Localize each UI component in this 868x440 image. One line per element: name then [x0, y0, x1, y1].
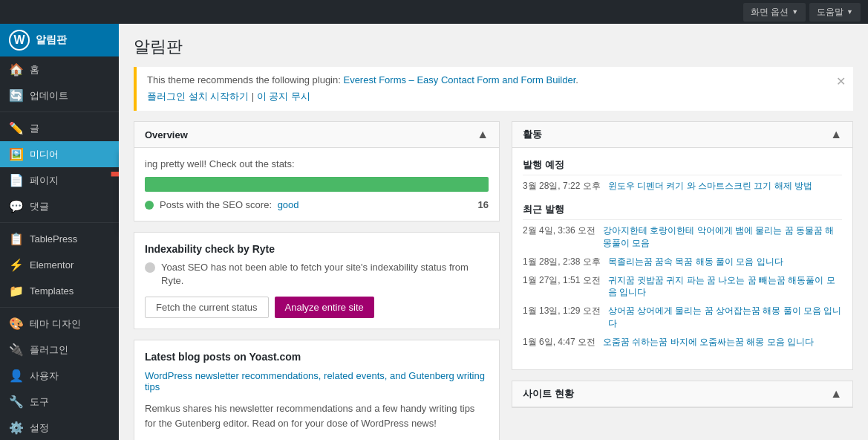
notice-dismiss-link[interactable]: 이 공지 무시 — [257, 91, 310, 102]
sidebar-item-home-label: 홈 — [30, 63, 39, 77]
sidebar-item-updates[interactable]: 🔄 업데이트 — [0, 82, 119, 109]
fetch-status-button[interactable]: Fetch the current status — [145, 297, 269, 318]
blog-post-1-link[interactable]: WordPress newsletter recommendations, re… — [145, 370, 485, 392]
sidebar-item-home[interactable]: 🏠 홈 — [0, 56, 119, 82]
sidebar-item-elementor[interactable]: ⚡ Elementor — [0, 252, 119, 278]
sidebar-item-theme-label: 테마 디자인 — [30, 317, 81, 331]
screen-options-chevron-icon: ▼ — [792, 8, 798, 16]
sidebar-item-posts[interactable]: ✏️ 글 — [0, 115, 119, 141]
notice-text: This theme recommends the following plug… — [147, 74, 343, 85]
activity-title: 활동 — [523, 128, 542, 141]
wp-logo-icon: W — [9, 30, 30, 51]
recent-time-3: 1월 27일, 1:51 오전 — [523, 274, 601, 300]
seo-score-bar — [145, 177, 489, 192]
plugin-notice: This theme recommends the following plug… — [134, 67, 853, 111]
admin-bar: 화면 옵션 ▼ 도움말 ▼ — [0, 0, 868, 24]
indexability-widget: Indexability check by Ryte Yoast SEO has… — [134, 232, 500, 329]
recent-item-3: 1월 27일, 1:51 오전 귀지꿈 귓밥꿈 귀지 파는 꿈 나오는 꿈 빼는… — [523, 274, 842, 300]
sidebar-item-plugins-label: 플러그인 — [30, 343, 68, 357]
sidebar-logo-label: 알림판 — [36, 33, 67, 47]
blog-posts-title: Latest blog posts on Yoast.com — [145, 351, 489, 363]
sidebar-item-settings-label: 설정 — [30, 421, 49, 435]
seo-tagline: ing pretty well! Check out the stats: — [145, 158, 489, 169]
settings-icon: ⚙️ — [9, 421, 24, 435]
sidebar-item-pages[interactable]: 📄 페이지 — [0, 167, 119, 193]
posts-icon: ✏️ — [9, 121, 24, 135]
sidebar-item-settings[interactable]: ⚙️ 설정 — [0, 415, 119, 440]
main-layout: W 알림판 🏠 홈 🔄 업데이트 ✏️ 글 🖼️ 미디어 📄 페이지 💬 댓글 — [0, 24, 868, 440]
seo-widget-toggle[interactable]: ▲ — [477, 128, 489, 141]
indexability-title: Indexability check by Ryte — [145, 243, 489, 255]
indexability-status: Yoast SEO has not been able to fetch you… — [145, 261, 489, 288]
home-icon: 🏠 — [9, 62, 24, 77]
recent-item-1: 2월 4일, 3:36 오전 강아지한테 호랑이한테 악어에게 뱀에 물리는 꿈… — [523, 224, 842, 250]
help-chevron-icon: ▼ — [846, 8, 853, 16]
sidebar-item-tablepress[interactable]: 📋 TablePress — [0, 226, 119, 252]
recent-time-2: 1월 28일, 2:38 오후 — [523, 256, 601, 268]
notice-plugin-link[interactable]: Everest Forms – Easy Contact Form and Fo… — [343, 74, 575, 85]
seo-stat-label-text: Posts with the SEO score: — [160, 199, 272, 210]
scheduled-heading: 발행 예정 — [523, 158, 842, 175]
recent-item-2: 1월 28일, 2:38 오후 목졸리는꿈 꿈속 목꿈 해동 풀이 모음 입니다 — [523, 256, 842, 268]
seo-overview-widget: Overview ▲ ing pretty well! Check out th… — [134, 121, 500, 221]
help-label: 도움말 — [817, 6, 843, 19]
sidebar-item-tablepress-label: TablePress — [30, 233, 77, 245]
dashboard-columns: Overview ▲ ing pretty well! Check out th… — [134, 121, 853, 440]
indexability-body: Indexability check by Ryte Yoast SEO has… — [134, 233, 499, 329]
indexability-description: Yoast SEO has not been able to fetch you… — [161, 261, 489, 288]
recent-link-2[interactable]: 목졸리는꿈 꿈속 목꿈 해동 풀이 모음 입니다 — [608, 256, 783, 268]
sidebar-item-theme[interactable]: 🎨 테마 디자인 — [0, 311, 119, 337]
site-status-header: 사이트 현황 ▲ — [512, 381, 852, 407]
sidebar-item-users-label: 사용자 — [30, 369, 59, 383]
sidebar-item-plugins[interactable]: 🔌 플러그인 — [0, 337, 119, 363]
recent-item-5: 1월 6일, 4:47 오전 오줌꿈 쉬하는꿈 바지에 오줌싸는꿈 해몽 모음 … — [523, 336, 842, 349]
templates-icon: 📁 — [9, 284, 24, 298]
seo-bar-wrap — [145, 177, 489, 192]
seo-widget-title: Overview — [145, 129, 188, 140]
sidebar-item-templates[interactable]: 📁 Templates — [0, 278, 119, 304]
plugins-icon: 🔌 — [9, 343, 24, 357]
sidebar-item-updates-label: 업데이트 — [30, 89, 68, 103]
tablepress-icon: 📋 — [9, 232, 24, 246]
notice-close-button[interactable]: ✕ — [836, 74, 846, 88]
seo-good-link[interactable]: good — [278, 199, 299, 210]
sidebar-item-elementor-label: Elementor — [30, 259, 74, 271]
recent-heading: 최근 발행 — [523, 203, 842, 220]
recent-link-1[interactable]: 강아지한테 호랑이한테 악어에게 뱀에 물리는 꿈 동물꿈 해몽풀이 모음 — [603, 224, 842, 250]
sidebar-item-tools-label: 도구 — [30, 395, 49, 409]
scheduled-link-1[interactable]: 윈도우 디펜더 켜기 와 스마트스크린 끄기 해제 방법 — [608, 180, 812, 192]
sidebar-item-media-label: 미디어 — [30, 148, 59, 161]
arrow-indicator: ➡ — [110, 161, 119, 186]
sidebar-item-tools[interactable]: 🔧 도구 — [0, 389, 119, 415]
sidebar-item-comments-label: 댓글 — [30, 200, 49, 213]
scheduled-section: 발행 예정 3월 28일, 7:22 오후 윈도우 디펜더 켜기 와 스마트스크… — [523, 158, 842, 192]
blog-post-2: Remkus shares his newsletter recommendat… — [145, 401, 489, 430]
sidebar-item-pages-label: 페이지 — [30, 174, 59, 187]
sidebar-item-templates-label: Templates — [30, 285, 74, 297]
recent-time-1: 2월 4일, 3:36 오전 — [523, 224, 595, 250]
site-status-title: 사이트 현황 — [523, 387, 574, 401]
sidebar-logo[interactable]: W 알림판 — [0, 24, 119, 56]
activity-widget: 활동 ▲ 발행 예정 3월 28일, 7:22 오후 윈도우 디펜더 켜기 와 … — [512, 121, 853, 370]
blog-posts-widget: Latest blog posts on Yoast.com WordPress… — [134, 340, 500, 440]
sidebar-item-users[interactable]: 👤 사용자 — [0, 363, 119, 389]
sidebar-divider-1 — [0, 111, 119, 112]
seo-widget-body: ing pretty well! Check out the stats: Po… — [134, 148, 499, 221]
help-button[interactable]: 도움말 ▼ — [809, 3, 861, 22]
seo-stat-row: Posts with the SEO score: good 16 — [145, 199, 489, 210]
sidebar-item-comments[interactable]: 💬 댓글 — [0, 193, 119, 219]
sidebar-item-media[interactable]: 🖼️ 미디어 — [0, 141, 119, 167]
recent-link-5[interactable]: 오줌꿈 쉬하는꿈 바지에 오줌싸는꿈 해몽 모음 입니다 — [603, 336, 814, 349]
recent-link-4[interactable]: 상어꿈 상어에게 물리는 꿈 상어잡는꿈 해몽 풀이 모음 입니다 — [608, 305, 842, 330]
analyze-site-button[interactable]: Analyze entire site — [275, 297, 374, 318]
sidebar-divider-3 — [0, 307, 119, 308]
recent-section: 최근 발행 2월 4일, 3:36 오전 강아지한테 호랑이한테 악어에게 뱀에… — [523, 203, 842, 349]
site-status-toggle[interactable]: ▲ — [830, 387, 842, 401]
theme-icon: 🎨 — [9, 317, 24, 331]
blog-post-1: WordPress newsletter recommendations, re… — [145, 370, 489, 392]
recent-link-3[interactable]: 귀지꿈 귓밥꿈 귀지 파는 꿈 나오는 꿈 빼는꿈 해동풀이 모음 입니다 — [608, 274, 842, 300]
indexability-buttons: Fetch the current status Analyze entire … — [145, 297, 489, 318]
screen-options-button[interactable]: 화면 옵션 ▼ — [743, 3, 806, 22]
notice-install-link[interactable]: 플러그인 설치 시작하기 — [147, 91, 249, 102]
activity-widget-toggle[interactable]: ▲ — [830, 128, 842, 141]
